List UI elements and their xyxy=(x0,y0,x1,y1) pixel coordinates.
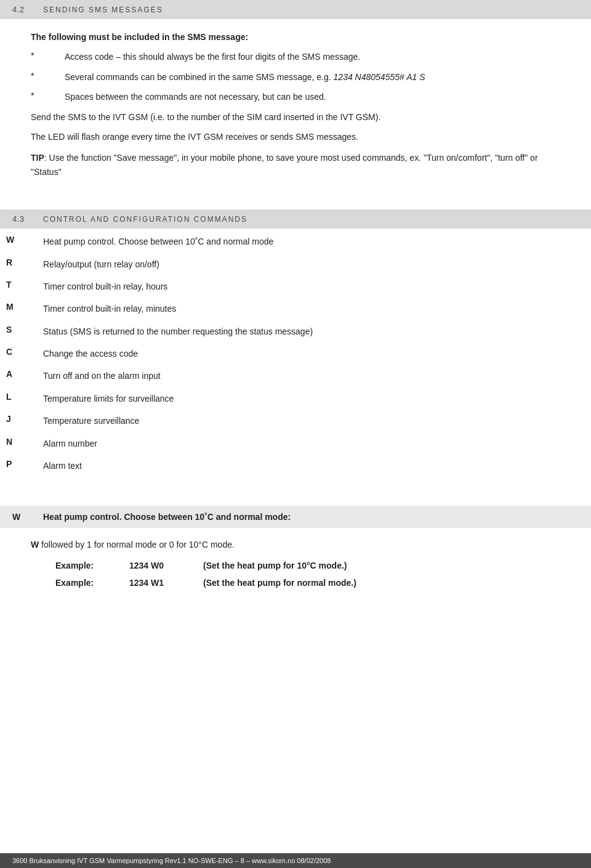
section-42-content: The following must be included in the SM… xyxy=(0,19,591,197)
bullet-item-2: * Several commands can be combined in th… xyxy=(31,70,560,84)
section-43-content: W Heat pump control. Choose between 10˚C… xyxy=(0,229,591,487)
bullet-text-3: Spaces between the commands are not nece… xyxy=(65,90,560,103)
section-42-intro: The following must be included in the SM… xyxy=(31,30,560,44)
w-section-title: Heat pump control. Choose between 10˚C a… xyxy=(43,512,291,522)
command-row-R: R Relay/output (turn relay on/off) xyxy=(0,258,591,271)
example-row-2: Example: 1234 W1 (Set the heat pump for … xyxy=(55,578,560,588)
w-description: W followed by 1 for normal mode or 0 for… xyxy=(31,538,560,551)
section-42-header: 4.2 SENDING SMS MESSAGES xyxy=(0,0,591,19)
command-desc-L: Temperature limits for surveillance xyxy=(43,392,585,405)
tip-paragraph: TIP: Use the function "Save message", in… xyxy=(31,151,560,179)
example-code-2: 1234 W1 xyxy=(129,578,203,588)
command-row-A: A Turn off and on the alarm input xyxy=(0,369,591,383)
bullet-text-1: Access code – this should always be the … xyxy=(65,50,560,63)
example-italic: 1234 N48054555# A1 S xyxy=(334,72,425,82)
command-letter-S: S xyxy=(6,325,43,335)
gap-1 xyxy=(0,197,591,209)
command-desc-M: Timer control built-in relay, minutes xyxy=(43,302,585,315)
command-letter-P: P xyxy=(6,459,43,469)
main-content: 4.2 SENDING SMS MESSAGES The following m… xyxy=(0,0,591,853)
bullet-star-3: * xyxy=(31,90,65,100)
command-letter-T: T xyxy=(6,280,43,290)
command-desc-R: Relay/output (turn relay on/off) xyxy=(43,258,585,271)
command-desc-W: Heat pump control. Choose between 10˚C a… xyxy=(43,235,585,248)
example-row-1: Example: 1234 W0 (Set the heat pump for … xyxy=(55,561,560,570)
w-desc-bold: W xyxy=(31,540,39,550)
command-desc-A: Turn off and on the alarm input xyxy=(43,369,585,383)
section-42-title: SENDING SMS MESSAGES xyxy=(43,6,163,14)
bullet-star-2: * xyxy=(31,70,65,81)
command-letter-A: A xyxy=(6,369,43,379)
example-code-2-bold: 1234 W1 xyxy=(129,578,164,588)
tip-label: TIP: Use the function "Save message", in… xyxy=(31,151,560,179)
command-row-W: W Heat pump control. Choose between 10˚C… xyxy=(0,235,591,248)
command-letter-C: C xyxy=(6,347,43,357)
command-desc-T: Timer control built-in relay, hours xyxy=(43,280,585,293)
section-43-title: CONTROL AND CONFIGURATION COMMANDS xyxy=(43,215,247,224)
w-section-content: W followed by 1 for normal mode or 0 for… xyxy=(0,528,591,607)
section-43-header: 4.3 CONTROL AND CONFIGURATION COMMANDS xyxy=(0,209,591,229)
w-section-header: W Heat pump control. Choose between 10˚C… xyxy=(0,506,591,528)
send-sms-para: Send the SMS to the IVT GSM (i.e. to the… xyxy=(31,110,560,124)
example-label-2-bold: Example: xyxy=(55,578,94,588)
section-42-number: 4.2 xyxy=(12,5,31,14)
example-desc-2: (Set the heat pump for normal mode.) xyxy=(203,578,356,588)
command-desc-N: Alarm number xyxy=(43,437,585,450)
command-row-L: L Temperature limits for surveillance xyxy=(0,392,591,405)
page-wrapper: 4.2 SENDING SMS MESSAGES The following m… xyxy=(0,0,591,868)
command-desc-C: Change the access code xyxy=(43,347,585,360)
command-letter-J: J xyxy=(6,414,43,424)
page-footer: 3600 Bruksanvisning IVT GSM Varmepumpsty… xyxy=(0,853,591,868)
section-43-number: 4.3 xyxy=(12,214,31,224)
gap-2 xyxy=(0,487,591,500)
command-letter-R: R xyxy=(6,258,43,267)
example-code-1: 1234 W0 xyxy=(129,561,203,570)
bullet-item-3: * Spaces between the commands are not ne… xyxy=(31,90,560,103)
bullet-item-1: * Access code – this should always be th… xyxy=(31,50,560,63)
command-row-N: N Alarm number xyxy=(0,437,591,450)
example-label-1-bold: Example: xyxy=(55,561,94,570)
command-desc-J: Temperature surveillance xyxy=(43,414,585,428)
bullet-text-2: Several commands can be combined in the … xyxy=(65,70,560,84)
led-para: The LED will flash orange every time the… xyxy=(31,130,560,144)
example-code-1-bold: 1234 W0 xyxy=(129,561,164,570)
tip-label-bold: TIP xyxy=(31,153,44,163)
command-row-P: P Alarm text xyxy=(0,459,591,473)
command-letter-L: L xyxy=(6,392,43,402)
command-desc-P: Alarm text xyxy=(43,459,585,473)
command-row-C: C Change the access code xyxy=(0,347,591,360)
command-letter-M: M xyxy=(6,302,43,312)
command-row-M: M Timer control built-in relay, minutes xyxy=(0,302,591,315)
command-row-J: J Temperature surveillance xyxy=(0,414,591,428)
access-code-text: Access code xyxy=(65,52,113,62)
bullet-star-1: * xyxy=(31,50,65,60)
example-table: Example: 1234 W0 (Set the heat pump for … xyxy=(31,561,560,588)
example-label-1: Example: xyxy=(55,561,129,570)
command-row-T: T Timer control built-in relay, hours xyxy=(0,280,591,293)
tip-text-content: : Use the function "Save message", in yo… xyxy=(31,153,538,176)
footer-text: 3600 Bruksanvisning IVT GSM Varmepumpsty… xyxy=(12,857,331,864)
command-row-S: S Status (SMS is returned to the number … xyxy=(0,325,591,338)
command-desc-S: Status (SMS is returned to the number re… xyxy=(43,325,585,338)
w-section-letter: W xyxy=(12,512,31,522)
example-label-2: Example: xyxy=(55,578,129,588)
command-letter-W: W xyxy=(6,235,43,245)
example-desc-1: (Set the heat pump for 10°C mode.) xyxy=(203,561,347,570)
command-letter-N: N xyxy=(6,437,43,447)
